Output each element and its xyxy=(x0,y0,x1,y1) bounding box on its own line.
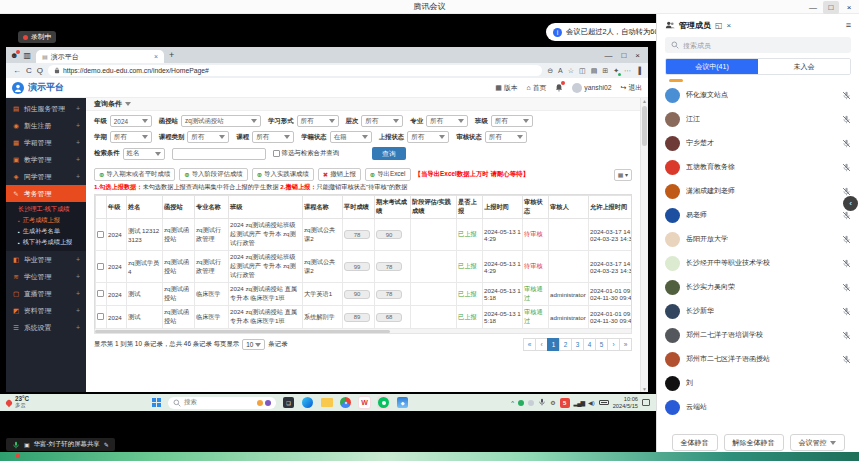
sidebar-item[interactable]: ☰ 系统设置 + xyxy=(6,319,86,336)
tray-settings-icon[interactable]: ⚙ xyxy=(550,399,555,406)
close-icon[interactable]: × xyxy=(841,1,857,14)
usual-score-input[interactable]: 99 xyxy=(344,262,370,271)
home-button[interactable]: ⌂首页 xyxy=(526,83,546,93)
battery-icon[interactable] xyxy=(599,400,609,405)
mic-muted-icon[interactable] xyxy=(842,115,851,124)
toolbar-button[interactable]: ✖ 撤销上报 xyxy=(318,168,361,181)
favorite-star-icon[interactable]: ☆ xyxy=(568,67,574,75)
keyword-input[interactable] xyxy=(172,148,266,160)
collections-icon[interactable]: ▤ xyxy=(591,67,598,75)
page-size-select[interactable]: 10 xyxy=(242,339,265,350)
mic-muted-icon[interactable] xyxy=(842,163,851,172)
column-header[interactable]: 期末考试成绩 xyxy=(375,196,411,219)
participant-row[interactable]: 江江 xyxy=(665,107,851,131)
table-row[interactable]: 2024 zq测试学员4 zq测试函授站 zq测试行政管理 2024 zq测试函… xyxy=(96,251,633,283)
member-search[interactable] xyxy=(665,37,851,53)
column-header[interactable]: 上报时间 xyxy=(483,196,523,219)
final-score-input[interactable]: 78 xyxy=(376,262,402,271)
sidebar-item[interactable]: ✎ 考务管理 xyxy=(6,185,86,202)
column-header[interactable]: 是否上报 xyxy=(457,196,483,219)
search-icon[interactable]: Q xyxy=(37,66,43,75)
panel-close-icon[interactable]: × xyxy=(727,21,732,30)
filter-select[interactable]: 所有 xyxy=(407,131,449,143)
browser-profile-icon[interactable]: ☻ xyxy=(10,51,18,60)
chrome-icon[interactable] xyxy=(339,396,352,409)
column-header[interactable]: 平时成绩 xyxy=(343,196,375,219)
table-row[interactable]: 2024 测试 zq测试函授站 临床医学 2024 zq测试函授站 直属 专升本… xyxy=(96,283,633,306)
page-scrollbar[interactable]: ▲ ▼ xyxy=(640,98,648,392)
column-header[interactable]: 课程名称 xyxy=(303,196,343,219)
mic-muted-icon[interactable] xyxy=(842,211,851,220)
notification-bell-icon[interactable] xyxy=(555,83,563,93)
tray-green-icon[interactable] xyxy=(518,400,524,406)
weather-widget[interactable]: 23°C多云 xyxy=(6,396,29,408)
logout-button[interactable]: ↪退出 xyxy=(621,83,642,93)
volume-icon[interactable]: ◀) xyxy=(588,399,595,406)
page-button[interactable]: » xyxy=(619,338,632,351)
participant-row[interactable]: 长沙实力吴向荣 xyxy=(665,275,851,299)
filter-select[interactable]: 所有 xyxy=(491,115,533,127)
screen-share-pill[interactable]: ▣ 华富-刘子轩的屏幕共享 ✎ xyxy=(6,438,115,451)
mic-muted-icon[interactable] xyxy=(842,259,851,268)
photos-app-icon[interactable]: ◆ xyxy=(396,396,409,409)
participant-row[interactable]: 长沙新华 xyxy=(665,299,851,323)
participant-row[interactable]: 怀化溆文站点 xyxy=(665,83,851,107)
extension-icon[interactable]: ✦ xyxy=(613,67,619,75)
filter-select[interactable]: 所有 xyxy=(361,115,403,127)
sidebar-item[interactable]: ▦ 学籍管理 + xyxy=(6,134,86,151)
meeting-control-button[interactable]: 会议管控 xyxy=(790,434,845,451)
mic-muted-icon[interactable] xyxy=(842,307,851,316)
zoom-out-icon[interactable]: ⊖ xyxy=(547,67,553,75)
address-bar[interactable]: https://demo.edu-edu.com.cn/index/HomePa… xyxy=(48,65,542,76)
search-field-select[interactable]: 姓名 xyxy=(123,148,165,160)
split-screen-icon[interactable]: ◫ xyxy=(579,67,586,75)
row-checkbox[interactable] xyxy=(97,313,104,320)
participant-row[interactable]: 潇湘成建刘老师 xyxy=(665,179,851,203)
scroll-down-icon[interactable]: ▼ xyxy=(642,386,647,392)
member-tab[interactable]: 未入会 xyxy=(758,59,850,74)
final-score-input[interactable]: 90 xyxy=(376,230,402,239)
sidebar-item[interactable]: ≋ 学位管理 + xyxy=(6,268,86,285)
column-header[interactable]: 专业名称 xyxy=(195,196,229,219)
panel-menu-icon[interactable]: ≡ xyxy=(846,20,851,30)
participant-row[interactable]: 易老师 xyxy=(665,203,851,227)
sidebar-item[interactable]: ◉ 新生注册 + xyxy=(6,117,86,134)
mic-muted-icon[interactable] xyxy=(842,235,851,244)
mic-muted-icon[interactable] xyxy=(842,331,851,340)
table-row[interactable]: 2024 测试 123123123 zq测试函授站 zq测试行政管理 2024 … xyxy=(96,219,633,251)
toolbar-button[interactable]: ⊕ 导出Excel xyxy=(365,168,411,181)
submenu-item[interactable]: ▪ 生成补考名单 xyxy=(18,226,86,237)
browser-restore-icon[interactable]: □ xyxy=(621,51,626,60)
participant-row[interactable]: 郑州二七洋子语培训学校 xyxy=(665,323,851,347)
read-aloud-icon[interactable]: A xyxy=(558,67,563,74)
row-checkbox[interactable] xyxy=(97,231,104,238)
edge-browser-icon[interactable] xyxy=(301,396,314,409)
participant-row[interactable]: 宁乡楚才 xyxy=(665,131,851,155)
usual-score-input[interactable]: 90 xyxy=(344,290,370,299)
column-header[interactable]: 阶段评估/实践成绩 xyxy=(411,196,457,219)
file-explorer-icon[interactable] xyxy=(320,396,333,409)
mic-muted-icon[interactable] xyxy=(842,91,851,100)
popout-icon[interactable]: ◱ xyxy=(715,21,723,30)
wifi-icon[interactable]: ▂▄▆ xyxy=(574,399,584,406)
filter-select[interactable]: 所有 xyxy=(485,131,527,143)
column-header[interactable]: 函授站 xyxy=(163,196,195,219)
filter-select[interactable]: 2024 xyxy=(110,115,152,127)
participant-row[interactable]: 郑州市二七区洋子语函授站 xyxy=(665,347,851,371)
sidebar-item[interactable]: ▤ 招生服务管理 + xyxy=(6,100,86,117)
new-tab-icon[interactable]: + xyxy=(169,50,174,60)
checkbox-icon[interactable] xyxy=(273,150,280,157)
notification-center-icon[interactable] xyxy=(642,399,650,406)
filter-select[interactable]: 所有 xyxy=(110,131,152,143)
submenu-item[interactable]: ▪ 正考成绩上报 xyxy=(18,215,86,226)
final-score-input[interactable]: 68 xyxy=(376,313,402,322)
column-header[interactable]: 姓名 xyxy=(127,196,163,219)
tray-grey-icon[interactable] xyxy=(528,400,534,406)
participant-row[interactable]: 刘 xyxy=(665,371,851,395)
tray-expand-icon[interactable]: ^ xyxy=(511,400,514,406)
browser-tab[interactable]: ▤ 演示平台 × xyxy=(36,50,164,63)
row-checkbox[interactable] xyxy=(97,290,104,297)
minimize-icon[interactable]: — xyxy=(805,1,821,14)
merge-filter-checkbox[interactable]: 筛选与检索合并查询 xyxy=(273,149,340,158)
column-header[interactable]: 审核人 xyxy=(549,196,589,219)
